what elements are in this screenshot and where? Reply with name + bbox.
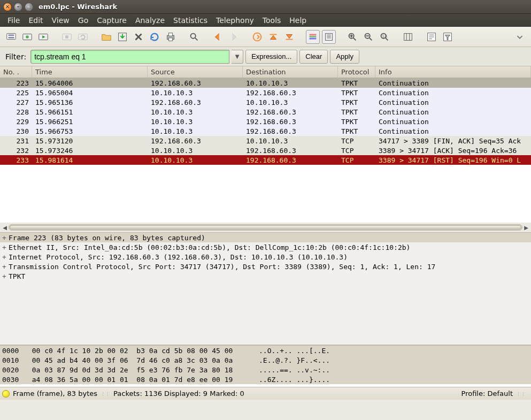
detail-row[interactable]: +Ethernet II, Src: Intel_0a:cd:5b (00:02…: [0, 242, 531, 252]
print-icon[interactable]: [164, 30, 178, 44]
hex-row[interactable]: 0010 00 45 ad b4 40 00 3f 06 7d 46 c0 a8…: [0, 355, 531, 365]
filter-label: Filter:: [3, 52, 28, 61]
capture-filters-icon[interactable]: [425, 30, 438, 44]
capture-options-icon[interactable]: [20, 30, 34, 44]
save-file-icon[interactable]: [116, 30, 129, 44]
menu-telephony[interactable]: Telephony: [212, 14, 258, 26]
col-header-destination[interactable]: Destination: [243, 66, 338, 78]
packet-row[interactable]: 22715.965136192.168.60.310.10.10.3TPKTCo…: [0, 97, 531, 107]
svg-rect-12: [168, 37, 172, 41]
detail-row[interactable]: +Internet Protocol, Src: 192.168.60.3 (1…: [0, 252, 531, 262]
packet-list-hscrollbar[interactable]: ◀ ▶: [0, 223, 531, 232]
packet-row[interactable]: 22515.96500410.10.10.3192.168.60.3TPKTCo…: [0, 88, 531, 97]
go-forward-icon[interactable]: [227, 30, 241, 44]
col-header-source[interactable]: Source: [148, 66, 243, 78]
packet-row[interactable]: 23215.97324610.10.10.3192.168.60.3TCP338…: [0, 146, 531, 155]
close-window-button[interactable]: ✕: [3, 3, 12, 11]
colorize-icon[interactable]: [306, 30, 320, 44]
svg-rect-16: [310, 34, 317, 35]
filter-toolbar: Filter: ▼ Expression... Clear Apply: [0, 47, 531, 66]
menu-edit[interactable]: Edit: [24, 14, 47, 26]
resize-columns-icon[interactable]: [401, 30, 415, 44]
svg-rect-18: [310, 37, 317, 39]
interfaces-icon[interactable]: [4, 30, 18, 44]
scroll-track[interactable]: [9, 224, 522, 231]
packet-row[interactable]: 23115.973120192.168.60.310.10.10.3TCP347…: [0, 136, 531, 146]
find-packet-icon[interactable]: [187, 30, 201, 44]
packet-row[interactable]: 22815.96615110.10.10.3192.168.60.3TPKTCo…: [0, 107, 531, 117]
col-header-protocol[interactable]: Protocol: [338, 66, 375, 78]
expand-icon[interactable]: +: [0, 263, 9, 271]
expand-icon[interactable]: +: [0, 272, 9, 280]
menu-bar: File Edit View Go Capture Analyze Statis…: [0, 14, 531, 27]
status-bar: Frame (frame), 83 bytes ⋮⋮ Packets: 1136…: [0, 387, 531, 400]
packet-row[interactable]: 22915.96625110.10.10.3192.168.60.3TPKTCo…: [0, 117, 531, 126]
packet-list-header: No. . Time Source Destination Protocol I…: [0, 66, 531, 78]
col-header-time[interactable]: Time: [32, 66, 148, 78]
menu-statistics[interactable]: Statistics: [169, 14, 212, 26]
col-header-no[interactable]: No. .: [0, 66, 32, 78]
reload-icon[interactable]: [148, 30, 161, 44]
packet-details-pane[interactable]: +Frame 223 (83 bytes on wire, 83 bytes c…: [0, 233, 531, 345]
expand-icon[interactable]: +: [0, 243, 9, 251]
go-back-icon[interactable]: [211, 30, 225, 44]
detail-row[interactable]: +TPKT: [0, 271, 531, 281]
scroll-left-icon[interactable]: ◀: [1, 224, 9, 231]
menu-view[interactable]: View: [48, 14, 74, 26]
zoom-reset-icon[interactable]: 1:1: [378, 30, 391, 44]
packet-row[interactable]: 23015.96675310.10.10.3192.168.60.3TPKTCo…: [0, 126, 531, 136]
apply-button[interactable]: Apply: [330, 50, 359, 64]
restart-capture-icon[interactable]: [76, 30, 90, 44]
main-toolbar: 1:1: [0, 27, 531, 47]
zoom-out-icon[interactable]: [361, 30, 375, 44]
minimize-window-button[interactable]: –: [14, 3, 22, 11]
menu-help[interactable]: Help: [285, 14, 311, 26]
expand-icon[interactable]: +: [0, 253, 9, 261]
auto-scroll-icon[interactable]: [322, 30, 336, 44]
svg-rect-19: [326, 33, 333, 40]
scroll-right-icon[interactable]: ▶: [522, 224, 530, 231]
svg-rect-14: [270, 34, 277, 35]
display-filter-input[interactable]: [30, 50, 229, 64]
menu-file[interactable]: File: [3, 14, 24, 26]
packet-row[interactable]: 22315.964006192.168.60.310.10.10.3TPKTCo…: [0, 78, 531, 88]
col-header-info[interactable]: Info: [375, 66, 531, 78]
maximize-window-button[interactable]: ⬚: [25, 3, 33, 11]
menu-tools[interactable]: Tools: [258, 14, 286, 26]
menu-go[interactable]: Go: [74, 14, 93, 26]
hex-row[interactable]: 0020 0a 03 87 9d 0d 3d 3d 2e f5 e3 76 fb…: [0, 365, 531, 375]
svg-rect-24: [404, 33, 412, 40]
menu-capture[interactable]: Capture: [93, 14, 131, 26]
window-titlebar: ✕ – ⬚ em0.lpc - Wireshark: [0, 0, 531, 14]
hex-row[interactable]: 0000 00 c0 4f 1c 10 2b 00 02 b3 0a cd 5b…: [0, 346, 531, 355]
detail-row[interactable]: +Frame 223 (83 bytes on wire, 83 bytes c…: [0, 233, 531, 242]
hex-row[interactable]: 0030 a4 08 36 5a 00 00 01 01 08 0a 01 7d…: [0, 375, 531, 384]
packet-bytes-pane[interactable]: 0000 00 c0 4f 1c 10 2b 00 02 b3 0a cd 5b…: [0, 345, 531, 387]
open-file-icon[interactable]: [99, 30, 113, 44]
go-last-icon[interactable]: [282, 30, 296, 44]
svg-rect-17: [310, 36, 317, 37]
svg-rect-2: [9, 37, 14, 39]
close-file-icon[interactable]: [132, 30, 145, 44]
status-profile[interactable]: Profile: Default: [461, 390, 513, 398]
detail-row[interactable]: +Transmission Control Protocol, Src Port…: [0, 262, 531, 271]
zoom-in-icon[interactable]: [345, 30, 359, 44]
scroll-thumb[interactable]: [10, 225, 521, 230]
toolbar-overflow-icon[interactable]: [513, 30, 527, 44]
display-filters-icon[interactable]: [441, 30, 455, 44]
go-to-packet-icon[interactable]: [250, 30, 264, 44]
start-capture-icon[interactable]: [36, 30, 50, 44]
packet-row[interactable]: 23315.98161410.10.10.3192.168.60.3TCP338…: [0, 155, 531, 165]
expression-button[interactable]: Expression...: [245, 50, 297, 64]
packet-list-body[interactable]: 22315.964006192.168.60.310.10.10.3TPKTCo…: [0, 78, 531, 223]
status-frame-info: Frame (frame), 83 bytes: [13, 390, 97, 398]
expert-info-led-icon[interactable]: [2, 390, 10, 398]
svg-point-13: [191, 33, 196, 38]
filter-dropdown-icon[interactable]: ▼: [232, 50, 243, 64]
menu-analyze[interactable]: Analyze: [131, 14, 169, 26]
svg-rect-7: [65, 35, 68, 39]
clear-button[interactable]: Clear: [299, 50, 328, 64]
go-first-icon[interactable]: [266, 30, 280, 44]
stop-capture-icon[interactable]: [60, 30, 74, 44]
expand-icon[interactable]: +: [0, 234, 9, 242]
